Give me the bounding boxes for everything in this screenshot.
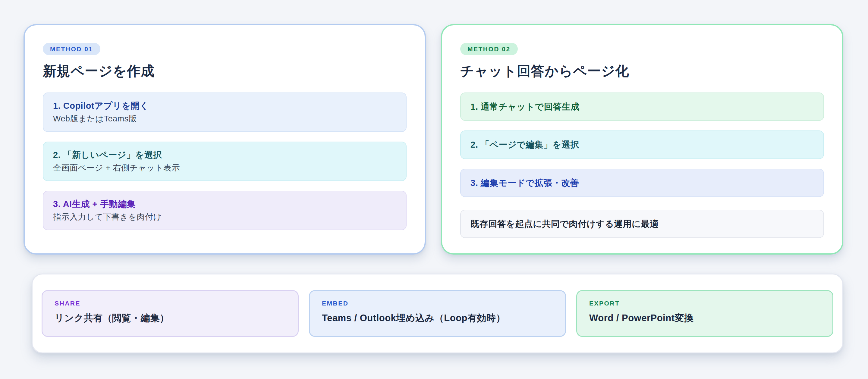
method-02-badge: METHOD 02 (460, 43, 518, 55)
export-text: Word / PowerPoint変換 (589, 312, 820, 323)
export-card: EXPORT Word / PowerPoint変換 (576, 290, 833, 337)
method-02-steps: 1. 通常チャットで回答生成 2. 「ページで編集」を選択 3. 編集モードで拡… (460, 93, 824, 238)
step-item: 1. 通常チャットで回答生成 (460, 93, 824, 121)
step-item: 3. 編集モードで拡張・改善 (460, 169, 824, 197)
methods-row: METHOD 01 新規ページを作成 1. Copilotアプリを開く Web版… (24, 24, 843, 255)
step-subtitle: Web版またはTeams版 (53, 114, 396, 124)
embed-card: EMBED Teams / Outlook埋め込み（Loop有効時） (309, 290, 566, 337)
share-label: SHARE (55, 300, 286, 306)
note-text: 既存回答を起点に共同で肉付けする運用に最適 (470, 218, 814, 229)
step-item: 3. AI生成 + 手動編集 指示入力して下書きを肉付け (43, 191, 407, 230)
step-item: 2. 「新しいページ」を選択 全画面ページ + 右側チャット表示 (43, 141, 407, 181)
step-title: 2. 「ページで編集」を選択 (470, 139, 814, 150)
step-title: 1. 通常チャットで回答生成 (470, 101, 814, 112)
step-title: 1. Copilotアプリを開く (53, 100, 396, 111)
method-02-title: チャット回答からページ化 (460, 63, 824, 79)
export-label: EXPORT (589, 300, 820, 306)
embed-label: EMBED (322, 300, 553, 306)
method-02-card: METHOD 02 チャット回答からページ化 1. 通常チャットで回答生成 2.… (441, 24, 843, 255)
share-text: リンク共有（閲覧・編集） (55, 312, 286, 323)
step-title: 3. 編集モードで拡張・改善 (470, 178, 814, 188)
step-subtitle: 全画面ページ + 右側チャット表示 (53, 163, 396, 173)
share-card: SHARE リンク共有（閲覧・編集） (41, 290, 299, 337)
method-01-badge: METHOD 01 (43, 43, 100, 55)
note-item: 既存回答を起点に共同で肉付けする運用に最適 (460, 210, 824, 238)
step-title: 2. 「新しいページ」を選択 (53, 150, 396, 160)
method-01-card: METHOD 01 新規ページを作成 1. Copilotアプリを開く Web版… (24, 24, 426, 255)
method-01-title: 新規ページを作成 (43, 63, 407, 79)
actions-bar: SHARE リンク共有（閲覧・編集） EMBED Teams / Outlook… (32, 274, 843, 353)
step-item: 2. 「ページで編集」を選択 (460, 130, 824, 159)
method-01-steps: 1. Copilotアプリを開く Web版またはTeams版 2. 「新しいペー… (43, 93, 407, 230)
step-subtitle: 指示入力して下書きを肉付け (53, 212, 396, 222)
embed-text: Teams / Outlook埋め込み（Loop有効時） (322, 312, 553, 323)
step-title: 3. AI生成 + 手動編集 (53, 198, 396, 210)
step-item: 1. Copilotアプリを開く Web版またはTeams版 (43, 93, 407, 132)
